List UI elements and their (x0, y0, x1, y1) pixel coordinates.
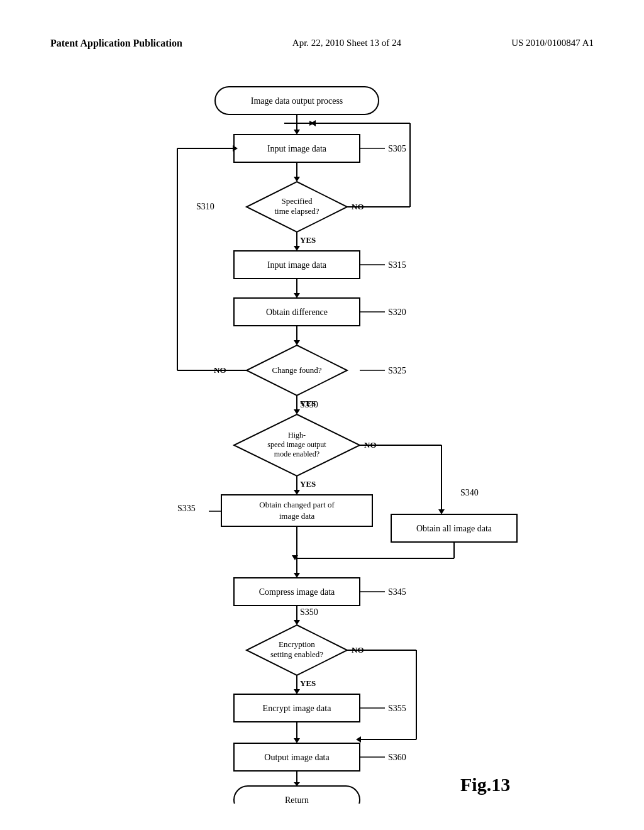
svg-text:image data: image data (279, 511, 315, 521)
svg-text:S335: S335 (177, 504, 196, 513)
svg-marker-20 (294, 246, 300, 251)
svg-marker-89 (294, 689, 300, 694)
svg-text:time elapsed?: time elapsed? (274, 206, 319, 216)
svg-text:S360: S360 (388, 753, 406, 762)
svg-text:S355: S355 (388, 704, 406, 713)
svg-text:Obtain all image data: Obtain all image data (416, 524, 492, 533)
svg-text:Encrypt image data: Encrypt image data (263, 704, 332, 713)
header: Patent Application Publication Apr. 22, … (50, 38, 594, 49)
svg-marker-81 (294, 620, 300, 625)
svg-text:Obtain difference: Obtain difference (266, 307, 328, 317)
svg-text:S305: S305 (388, 144, 406, 153)
flowchart-diagram: Image data output process Input image da… (52, 80, 592, 804)
svg-marker-12 (294, 177, 300, 182)
svg-marker-93 (356, 736, 361, 743)
svg-text:S310: S310 (196, 202, 214, 211)
svg-text:S350: S350 (300, 607, 318, 617)
header-patent-number: US 2010/0100847 A1 (511, 38, 594, 48)
svg-text:S325: S325 (388, 366, 406, 375)
svg-text:YES: YES (300, 678, 316, 688)
svg-text:YES: YES (300, 479, 316, 489)
svg-marker-75 (294, 573, 300, 578)
svg-text:mode enabled?: mode enabled? (274, 450, 319, 458)
svg-text:S315: S315 (388, 260, 406, 270)
page: Patent Application Publication Apr. 22, … (0, 0, 644, 830)
svg-text:Compress image data: Compress image data (259, 587, 335, 597)
svg-marker-30 (294, 293, 300, 298)
svg-text:Return: Return (285, 795, 309, 804)
svg-marker-99 (294, 738, 300, 743)
svg-marker-44 (294, 409, 300, 414)
header-date-sheet: Apr. 22, 2010 Sheet 13 of 24 (292, 38, 401, 48)
svg-marker-36 (294, 340, 300, 345)
svg-text:S330: S330 (300, 400, 318, 409)
svg-text:YES: YES (300, 235, 316, 245)
svg-text:setting enabled?: setting enabled? (270, 650, 323, 659)
svg-text:Encryption: Encryption (279, 639, 315, 649)
svg-text:S320: S320 (388, 307, 406, 317)
svg-text:Change found?: Change found? (272, 365, 321, 375)
header-publication: Patent Application Publication (50, 38, 182, 49)
svg-marker-6 (294, 130, 300, 135)
svg-text:Image data output process: Image data output process (251, 96, 343, 106)
svg-text:Obtain changed part of: Obtain changed part of (259, 500, 335, 509)
svg-marker-65 (438, 509, 445, 514)
svg-text:Input image data: Input image data (267, 144, 327, 153)
svg-text:Specified: Specified (281, 196, 313, 206)
svg-text:S345: S345 (388, 587, 406, 597)
svg-text:Input image data: Input image data (267, 260, 327, 270)
svg-text:Fig.13: Fig.13 (460, 774, 510, 795)
svg-marker-57 (294, 490, 300, 495)
svg-text:High-: High- (288, 431, 306, 440)
svg-text:Output image data: Output image data (264, 753, 330, 762)
svg-text:speed image output: speed image output (267, 440, 326, 449)
svg-text:S340: S340 (460, 488, 479, 497)
svg-marker-24 (311, 120, 316, 126)
